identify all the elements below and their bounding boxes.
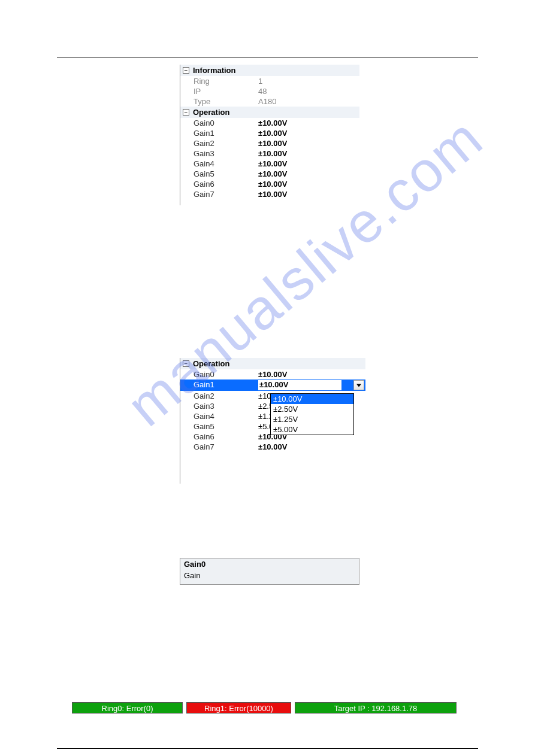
property-value: ±10.00V [258, 119, 359, 127]
property-row[interactable]: Gain3±10.00V [180, 148, 359, 159]
property-label: Gain1 [180, 380, 258, 390]
dropdown-option[interactable]: ±5.00V [271, 424, 353, 435]
property-value: ±10.00V [258, 442, 365, 451]
property-row-selected[interactable]: Gain1 ±10.00V [180, 379, 365, 391]
dropdown-option[interactable]: ±1.25V [271, 414, 353, 424]
property-grid-1: − Information Ring 1 IP 48 Type A180 − O… [180, 65, 359, 205]
property-row[interactable]: IP 48 [180, 86, 359, 96]
property-label: Gain4 [180, 412, 258, 421]
dropdown-option[interactable]: ±10.00V [271, 394, 353, 404]
property-label: Gain2 [180, 391, 258, 400]
property-value: ±10.00V [258, 180, 359, 189]
property-row[interactable]: Gain7±10.00V [180, 189, 359, 199]
property-row[interactable]: Gain5±10.00V [180, 169, 359, 179]
dropdown-button[interactable] [353, 380, 364, 390]
property-label: Gain5 [180, 169, 258, 178]
property-value: A180 [258, 97, 359, 106]
property-value: 1 [258, 77, 359, 86]
property-value: ±10.00V [258, 129, 359, 138]
property-row[interactable]: Gain6±10.00V [180, 179, 359, 189]
property-label: Gain4 [180, 159, 258, 168]
help-title: Gain0 [180, 558, 359, 570]
property-row[interactable]: Type A180 [180, 96, 359, 107]
property-value: ±10.00V [258, 190, 359, 199]
operation-header[interactable]: − Operation [180, 358, 365, 369]
property-value: ±10.00V [258, 370, 365, 379]
property-label: Gain7 [180, 190, 258, 199]
property-value: ±10.00V [258, 149, 359, 158]
property-row[interactable]: Gain4±10.00V [180, 159, 359, 169]
dropdown-option[interactable]: ±2.50V [271, 404, 353, 414]
property-label: Gain1 [180, 129, 258, 138]
property-label: Gain6 [180, 432, 258, 441]
property-value: 48 [258, 87, 359, 96]
property-row[interactable]: Gain1±10.00V [180, 128, 359, 138]
property-label: Gain6 [180, 180, 258, 189]
property-row[interactable]: Gain0±10.00V [180, 118, 359, 128]
collapse-icon[interactable]: − [183, 360, 189, 367]
chevron-down-icon [356, 384, 361, 387]
property-row[interactable]: Ring 1 [180, 76, 359, 86]
property-value: ±10.00V [258, 139, 359, 148]
status-ring0: Ring0: Error(0) [72, 702, 183, 714]
property-row[interactable]: Gain7±10.00V [180, 442, 365, 452]
property-label: Gain5 [180, 422, 258, 431]
information-header[interactable]: − Information [180, 65, 359, 76]
status-bar: Ring0: Error(0) Ring1: Error(10000) Targ… [72, 702, 457, 714]
property-help-box: Gain0 Gain [180, 558, 359, 585]
property-label: IP [180, 87, 258, 96]
property-label: Gain7 [180, 442, 258, 451]
property-grid-2: − Operation Gain0±10.00V Gain1 ±10.00V G… [180, 358, 365, 484]
property-label: Ring [180, 77, 258, 86]
information-header-label: Information [193, 66, 236, 75]
property-label: Gain0 [180, 370, 258, 379]
property-label: Gain3 [180, 402, 258, 411]
property-label: Gain0 [180, 119, 258, 127]
page-rule-bottom [57, 748, 478, 749]
property-value: ±10.00V [258, 380, 341, 390]
property-row[interactable]: Gain0±10.00V [180, 369, 365, 379]
collapse-icon[interactable]: − [183, 109, 189, 116]
status-ring1: Ring1: Error(10000) [186, 702, 291, 714]
operation-header-label: Operation [193, 359, 229, 368]
help-body: Gain [180, 570, 359, 581]
gain-dropdown[interactable]: ±10.00V ±2.50V ±1.25V ±5.00V [270, 393, 354, 435]
property-value: ±10.00V [258, 159, 359, 168]
property-label: Gain3 [180, 149, 258, 158]
status-target-ip: Target IP : 192.168.1.78 [295, 702, 457, 714]
operation-header-label: Operation [193, 108, 229, 117]
operation-header[interactable]: − Operation [180, 107, 359, 118]
collapse-icon[interactable]: − [183, 67, 189, 74]
page-rule-top [57, 57, 478, 57]
property-label: Type [180, 97, 258, 106]
property-row[interactable]: Gain2±10.00V [180, 138, 359, 148]
property-label: Gain2 [180, 139, 258, 148]
property-value: ±10.00V [258, 169, 359, 178]
